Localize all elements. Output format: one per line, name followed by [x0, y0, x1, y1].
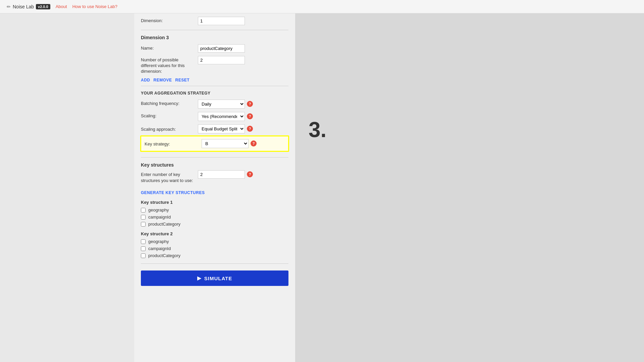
batching-select-wrapper: Daily Weekly Monthly ?	[198, 100, 253, 109]
key-structures-count-row: Enter number of key structures you want …	[141, 170, 288, 187]
ks1-campaignid-item: campaignId	[141, 215, 288, 220]
key-structures-count-wrapper: ?	[198, 170, 253, 179]
ks1-productcategory-label: productCategory	[148, 222, 180, 227]
add-link[interactable]: ADD	[141, 78, 150, 82]
ks1-geography-item: geography	[141, 207, 288, 213]
generate-key-structures-link[interactable]: GENERATE KEY STRUCTURES	[141, 190, 288, 195]
pencil-icon: ✏	[7, 4, 11, 9]
app-name: Noise Lab	[13, 4, 34, 9]
simulate-label: SIMULATE	[204, 276, 232, 281]
ks1-campaignid-label: campaignId	[148, 215, 171, 220]
key-strategy-select[interactable]: A B C	[202, 139, 249, 148]
ks2-campaignid-label: campaignId	[148, 246, 171, 251]
scaling-approach-select-wrapper: Equal Budget Split ?	[198, 124, 253, 133]
main-content-wrapper: Dimension: Dimension 3 Name: Number of p…	[134, 13, 295, 362]
key-strategy-highlight-box: Key strategy: A B C ?	[140, 135, 289, 152]
dimension3-name-label: Name:	[141, 44, 195, 51]
simulate-button[interactable]: ▶ SIMULATE	[141, 270, 288, 286]
key-structure-1-title: Key structure 1	[141, 200, 288, 205]
key-strategy-help-icon[interactable]: ?	[251, 140, 257, 146]
annotation-number: 3.	[309, 117, 326, 142]
scaling-approach-select[interactable]: Equal Budget Split	[198, 124, 245, 133]
key-structures-help-icon[interactable]: ?	[247, 171, 253, 177]
dimension3-name-row: Name:	[141, 44, 288, 53]
dimension3-count-input[interactable]	[198, 56, 245, 64]
batching-select[interactable]: Daily Weekly Monthly	[198, 100, 245, 109]
scaling-label: Scaling:	[141, 112, 195, 119]
dimension3-action-links: ADD REMOVE RESET	[141, 78, 288, 82]
ks2-geography-label: geography	[148, 239, 169, 244]
key-structure-2-title: Key structure 2	[141, 231, 288, 236]
about-link[interactable]: About	[56, 4, 67, 9]
aggregation-section: YOUR AGGREGATION STRATEGY Batching frequ…	[141, 86, 288, 158]
remove-link[interactable]: REMOVE	[154, 78, 172, 82]
scaling-select-wrapper: Yes (Recommended) No ?	[198, 112, 253, 121]
dimension-top-label: Dimension:	[141, 17, 195, 24]
ks1-productcategory-item: productCategory	[141, 222, 288, 227]
dimension3-count-row: Number of possible different values for …	[141, 56, 288, 74]
scaling-help-icon[interactable]: ?	[247, 113, 253, 119]
ks2-campaignid-checkbox[interactable]	[141, 246, 146, 251]
ks2-productcategory-item: productCategory	[141, 253, 288, 258]
key-structures-title: Key structures	[141, 162, 288, 168]
dimension3-count-label: Number of possible different values for …	[141, 56, 195, 74]
ks2-campaignid-item: campaignId	[141, 246, 288, 251]
ks1-geography-label: geography	[148, 207, 169, 213]
key-structures-section: Key structures Enter number of key struc…	[141, 158, 288, 264]
topbar: ✏ Noise Lab v2.0.0 About How to use Nois…	[0, 0, 644, 13]
ks1-campaignid-checkbox[interactable]	[141, 215, 146, 220]
dimension3-title: Dimension 3	[141, 35, 288, 40]
app-logo: ✏ Noise Lab v2.0.0	[7, 4, 50, 9]
scaling-approach-row: Scaling approach: Equal Budget Split ?	[141, 124, 288, 133]
simulate-icon: ▶	[197, 275, 202, 281]
aggregation-title: YOUR AGGREGATION STRATEGY	[141, 91, 288, 96]
ks2-productcategory-checkbox[interactable]	[141, 253, 146, 258]
key-strategy-select-wrapper: A B C ?	[202, 139, 257, 148]
dimension3-name-input[interactable]	[198, 44, 245, 53]
key-structures-count-input[interactable]	[198, 170, 245, 179]
reset-link[interactable]: RESET	[175, 78, 190, 82]
batching-label: Batching frequency:	[141, 100, 195, 107]
key-structures-desc: Enter number of key structures you want …	[141, 170, 195, 184]
dimension-top-partial: Dimension:	[141, 13, 288, 30]
ks1-productcategory-checkbox[interactable]	[141, 222, 146, 227]
scrollable-area[interactable]: Dimension: Dimension 3 Name: Number of p…	[134, 13, 295, 362]
ks2-geography-checkbox[interactable]	[141, 239, 146, 244]
key-structure-1-block: Key structure 1 geography campaignId pro…	[141, 200, 288, 227]
dimension3-section: Dimension 3 Name: Number of possible dif…	[141, 30, 288, 86]
howto-link[interactable]: How to use Noise Lab?	[72, 4, 117, 9]
batching-help-icon[interactable]: ?	[247, 101, 253, 107]
batching-row: Batching frequency: Daily Weekly Monthly…	[141, 100, 288, 109]
scaling-row: Scaling: Yes (Recommended) No ?	[141, 112, 288, 121]
scaling-approach-label: Scaling approach:	[141, 125, 195, 132]
ks1-geography-checkbox[interactable]	[141, 208, 146, 213]
scaling-approach-help-icon[interactable]: ?	[247, 126, 253, 132]
key-structure-2-block: Key structure 2 geography campaignId pro…	[141, 231, 288, 258]
version-badge: v2.0.0	[36, 4, 50, 9]
ks2-geography-item: geography	[141, 239, 288, 244]
simulate-section: ▶ SIMULATE	[141, 264, 288, 289]
key-strategy-row: Key strategy: A B C ?	[145, 139, 285, 148]
ks2-productcategory-label: productCategory	[148, 253, 180, 258]
right-panel	[295, 13, 644, 362]
scaling-select[interactable]: Yes (Recommended) No	[198, 112, 245, 121]
key-strategy-label: Key strategy:	[145, 140, 198, 147]
dimension-top-input[interactable]	[198, 17, 245, 25]
